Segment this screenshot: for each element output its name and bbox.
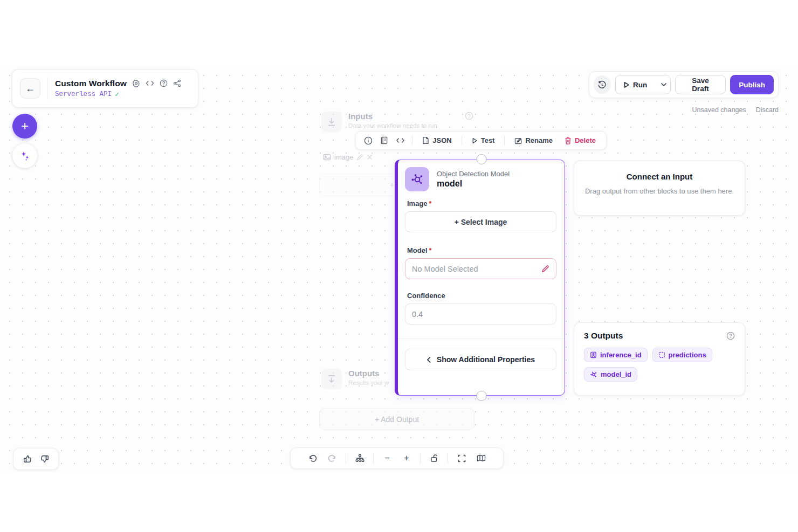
toolbar-divider [448,453,448,464]
toolbar-divider [504,136,505,146]
rename-button[interactable]: Rename [510,134,558,148]
chevron-left-icon [426,356,431,363]
confidence-field[interactable] [405,303,556,324]
view-code-icon[interactable] [394,134,408,148]
docs-book-icon[interactable] [377,134,391,148]
publish-button[interactable]: Publish [730,75,774,94]
bounding-box-icon [658,351,665,358]
output-badge-model-id[interactable]: model_id [584,367,637,382]
run-options-button[interactable] [655,75,670,94]
delete-button[interactable]: Delete [560,134,601,148]
rename-label: Rename [525,136,553,144]
image-field-label: Image* [407,199,556,208]
block-context-toolbar: JSON Test Rename Delete [355,131,607,150]
close-icon[interactable] [367,154,373,160]
edit-pencil-icon[interactable] [356,154,363,161]
test-button[interactable]: Test [467,134,500,148]
help-icon[interactable] [160,79,168,87]
outputs-summary-card: 3 Outputs inference_id predictions [574,322,745,396]
image-icon [323,153,331,161]
outputs-count-title: 3 Outputs [584,331,623,341]
delete-label: Delete [575,136,596,144]
toolbar-divider [346,453,346,464]
show-additional-properties-label: Show Additional Properties [437,355,535,364]
inputs-help-icon[interactable] [465,112,473,120]
connect-input-title: Connect an Input [584,172,735,181]
save-draft-button[interactable]: Save Draft [675,75,726,94]
input-image-tag[interactable]: image [323,153,373,161]
add-output-button[interactable]: + Add Output [319,408,474,430]
zoom-in-icon[interactable]: + [398,451,415,466]
inputs-download-icon [321,112,342,132]
toolbar-divider [462,136,462,146]
outputs-help-icon[interactable] [726,331,735,340]
output-badge-label: inference_id [600,351,642,359]
model-graph-icon [590,371,597,378]
history-button[interactable] [594,75,611,94]
connect-input-hint: Drag output from other blocks to use the… [584,186,735,197]
input-image-tag-label: image [334,153,353,161]
minimap-icon[interactable] [473,451,489,466]
undo-icon[interactable] [305,451,321,466]
outputs-block-title: Outputs [348,369,389,378]
workflow-editor: Inputs Data your workflow needs to run i… [0,0,798,532]
required-asterisk: * [429,246,432,254]
thumbs-down-button[interactable] [40,454,49,464]
toolbar-divider [420,453,421,464]
toolbar-divider [412,136,412,146]
json-button[interactable]: JSON [417,134,456,148]
discard-link[interactable]: Discard [756,106,779,114]
trash-icon [565,137,572,144]
canvas-toolbar: − + [290,447,504,469]
topbar-actions: Run Save Draft Publish [589,71,779,98]
select-image-button[interactable]: + Select Image [405,211,556,232]
show-additional-properties-button[interactable]: Show Additional Properties [405,349,556,370]
model-select-input[interactable] [412,265,541,273]
toolbar-divider [373,453,374,464]
thumbs-up-button[interactable] [23,454,32,464]
block-name: model [437,179,510,189]
add-output-label: + Add Output [375,415,419,424]
confidence-field-label: Confidence [407,292,556,300]
output-badge-inference-id[interactable]: inference_id [584,348,648,362]
outputs-block-subtitle: Results your w [348,379,389,386]
settings-gear-icon[interactable] [132,79,140,87]
input-connection-handle[interactable] [476,154,486,164]
test-play-icon [472,137,478,144]
fit-view-icon[interactable] [453,451,470,466]
check-icon: ✓ [115,90,119,99]
model-edit-pencil-icon[interactable] [541,265,549,273]
run-button[interactable]: Run [616,75,655,94]
workflow-header-card: ← Custom Workflow Serverless API [12,69,198,108]
object-detection-model-block[interactable]: Object Detection Model model Image* + Se… [395,160,565,396]
model-select-field[interactable] [405,258,556,279]
connect-input-card[interactable]: Connect an Input Drag output from other … [574,161,745,216]
unlock-icon[interactable] [426,451,442,466]
inputs-block-subtitle: Data your workflow needs to run [348,122,437,129]
play-icon [623,81,630,88]
id-card-icon [590,351,597,358]
zoom-out-icon[interactable]: − [379,451,395,466]
feedback-card [13,448,59,470]
model-field-label: Model* [407,246,556,254]
block-type-label: Object Detection Model [437,170,510,178]
output-connection-handle[interactable] [476,391,486,401]
workflow-title: Custom Workflow [55,79,127,88]
code-icon[interactable] [146,80,154,87]
json-file-icon [422,136,429,144]
ai-assistant-button[interactable] [12,143,37,168]
required-asterisk: * [429,199,432,208]
redo-icon[interactable] [324,451,340,466]
deployment-type-label: Serverless API [55,91,112,98]
output-badge-label: predictions [669,351,706,359]
auto-layout-icon[interactable] [352,451,368,466]
outputs-download-icon [321,369,342,389]
add-block-button[interactable]: + [12,114,37,139]
back-button[interactable]: ← [20,78,40,99]
confidence-input[interactable] [412,310,549,319]
run-split-button: Run [615,75,671,94]
run-label: Run [633,81,647,89]
info-icon[interactable] [361,134,375,148]
share-icon[interactable] [173,79,181,87]
output-badge-predictions[interactable]: predictions [652,348,712,362]
